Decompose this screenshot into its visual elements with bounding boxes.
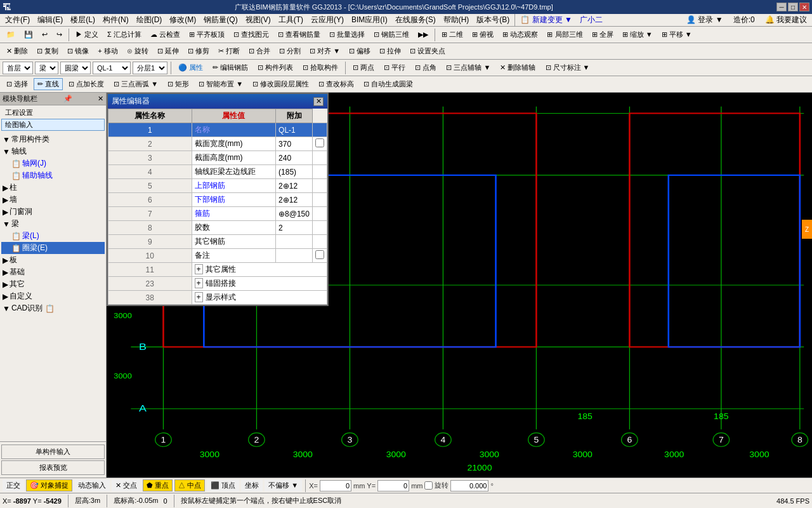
align-slab-button[interactable]: ⊞ 平齐板顶 (185, 29, 228, 41)
menu-tools[interactable]: 工具(T) (275, 14, 307, 26)
name-select[interactable]: QL-1 (93, 62, 131, 74)
tree-foundation[interactable]: ▶ 基础 (1, 266, 105, 278)
menu-rebar[interactable]: 钢筋量(Q) (200, 14, 241, 26)
menu-guangxiao[interactable]: 广小二 (576, 14, 606, 26)
undo-button[interactable]: ↩ (38, 29, 51, 40)
edit-rebar-button[interactable]: ✏ 编辑钢筋 (209, 62, 252, 74)
dynamic-view-button[interactable]: ⊞ 动态观察 (499, 29, 542, 41)
prop-row-bottom-rebar[interactable]: 6 下部钢筋 2⊕12 (108, 193, 327, 207)
prop-row-anchor[interactable]: 23 +锚固搭接 (108, 277, 327, 291)
tree-custom[interactable]: ▶ 自定义 (1, 290, 105, 302)
tree-other[interactable]: ▶ 其它 (1, 278, 105, 290)
property-button[interactable]: 🔵 属性 (174, 62, 207, 74)
prop-row-note[interactable]: 10 备注 (108, 249, 327, 263)
prop-value-height[interactable]: 240 (276, 151, 313, 165)
prop-value-note[interactable] (276, 249, 313, 263)
midpoint-button[interactable]: △ 中点 (174, 479, 205, 491)
prop-value-legs[interactable]: 2 (276, 221, 313, 235)
copy-button[interactable]: ⊡ 复制 (33, 45, 62, 57)
dim-button[interactable]: ⊡ 尺寸标注 ▼ (542, 62, 594, 74)
zoom-handle[interactable]: Z (802, 220, 812, 239)
menu-file[interactable]: 文件(F) (1, 14, 34, 26)
property-dialog-close-button[interactable]: ✕ (313, 97, 324, 106)
partial3d-button[interactable]: ⊞ 局部三维 (543, 29, 586, 41)
prop-expand-anchor[interactable]: +锚固搭接 (192, 277, 327, 291)
menu-cost[interactable]: 造价:0 (730, 14, 759, 26)
tree-ring-beam[interactable]: 📋 圈梁(E) (1, 242, 105, 254)
modify-arc-button[interactable]: ⊡ 修改圆段层属性 (249, 78, 313, 90)
align-button[interactable]: ⊡ 对齐 ▼ (306, 45, 344, 57)
rotate-checkbox[interactable] (424, 481, 433, 490)
topview-button[interactable]: ⊞ 俯视 (468, 29, 497, 41)
batch-select-button[interactable]: ⊡ 批量选择 (325, 29, 369, 41)
rebar3d-button[interactable]: ⊡ 钢筋三维 (370, 29, 413, 41)
view-rebar-button[interactable]: ⊡ 查看钢筋量 (274, 29, 324, 41)
two-point-button[interactable]: ⊡ 两点 (349, 62, 378, 74)
report-preview-button[interactable]: 报表预览 (1, 460, 105, 475)
vertex-button[interactable]: ⬛ 顶点 (207, 479, 239, 491)
tree-aux-axis[interactable]: 📋 辅助轴线 (1, 170, 105, 182)
menu-view[interactable]: 视图(V) (242, 14, 275, 26)
tree-common[interactable]: ▼ 常用构件类 (1, 133, 105, 145)
prop-row-other-rebar[interactable]: 9 其它钢筋 (108, 235, 327, 249)
three-point-axis-button[interactable]: ⊡ 三点辅轴 ▼ (442, 62, 494, 74)
tree-axis[interactable]: ▼ 轴线 (1, 145, 105, 157)
cloud-check-button[interactable]: ☁ 云检查 (147, 29, 184, 41)
prop-row-offset[interactable]: 4 轴线距梁左边线距 (185) (108, 165, 327, 179)
prop-row-legs[interactable]: 8 胶数 2 (108, 221, 327, 235)
auto-arc-button[interactable]: ⊡ 自动生成圆梁 (360, 78, 417, 90)
prop-value-offset[interactable]: (185) (276, 165, 313, 179)
point-angle-button[interactable]: ⊡ 点角 (411, 62, 440, 74)
point-length-button[interactable]: ⊡ 点加长度 (65, 78, 108, 90)
coord-button[interactable]: 坐标 (241, 479, 263, 491)
pan-button[interactable]: ⊞ 平移 ▼ (658, 29, 696, 41)
extend-button[interactable]: ⊡ 延伸 (154, 45, 183, 57)
y-input[interactable] (377, 480, 409, 491)
rotate-button[interactable]: ⊙ 旋转 (123, 45, 152, 57)
merge-button[interactable]: ⊡ 合并 (245, 45, 274, 57)
menu-draw[interactable]: 绘图(D) (133, 14, 166, 26)
prop-expand-display[interactable]: +显示样式 (192, 291, 327, 305)
prop-row-name[interactable]: 1 名称 QL-1 (108, 123, 327, 137)
snap-button[interactable]: 🎯 对象捕捉 (26, 479, 72, 491)
menu-online[interactable]: 在线服务(S) (391, 14, 440, 26)
prop-checkbox-2[interactable] (313, 137, 327, 151)
grip-button[interactable]: ⊡ 设置夹点 (406, 45, 449, 57)
floor-select[interactable]: 首层 (3, 62, 33, 74)
dynamic-input-button[interactable]: 动态输入 (74, 479, 110, 491)
tree-grid[interactable]: 📋 轴网(J) (1, 157, 105, 170)
prop-row-display[interactable]: 38 +显示样式 (108, 291, 327, 305)
split-button[interactable]: ⊡ 分割 (275, 45, 304, 57)
prop-row-height[interactable]: 3 截面高度(mm) 240 (108, 151, 327, 165)
menu-modify[interactable]: 修改(M) (166, 14, 200, 26)
tree-opening[interactable]: ▶ 门窗洞 (1, 206, 105, 218)
define-button[interactable]: ▶ 定义 (72, 29, 102, 41)
prop-row-top-rebar[interactable]: 5 上部钢筋 2⊕12 (108, 179, 327, 193)
prop-row-other-props[interactable]: 11 +其它属性 (108, 263, 327, 277)
trim-button[interactable]: ⊡ 修剪 (184, 45, 213, 57)
rect-button[interactable]: ⊡ 矩形 (164, 78, 193, 90)
x-input[interactable] (320, 480, 351, 491)
shape-select[interactable]: 圆梁 (60, 62, 91, 74)
maximize-button[interactable]: □ (788, 3, 798, 11)
menu-login[interactable]: 👤 登录 ▼ (683, 14, 727, 26)
move-button[interactable]: + 移动 (94, 45, 121, 57)
mirror-button[interactable]: ⊡ 镜像 (63, 45, 93, 57)
menu-feedback[interactable]: 🔔 我要建议 (761, 14, 811, 26)
nav-pin-icon[interactable]: 📌 (63, 95, 72, 103)
del-axis-button[interactable]: ✕ 删除辅轴 (496, 62, 539, 74)
canvas-area[interactable]: 属性编辑器 ✕ 属性名称 属性值 附加 1 名称 QL-1 (107, 93, 812, 478)
prop-expand-other[interactable]: +其它属性 (192, 263, 327, 277)
menu-version[interactable]: 版本号(B) (473, 14, 513, 26)
offset-button[interactable]: ⊡ 偏移 (345, 45, 374, 57)
menu-cloud[interactable]: 云应用(Y) (307, 14, 348, 26)
tree-slab[interactable]: ▶ 板 (1, 254, 105, 266)
2d-button[interactable]: ⊞ 二维 (438, 29, 467, 41)
pick-member-button[interactable]: ⊡ 拾取构件 (299, 62, 342, 74)
select-button[interactable]: ⊡ 选择 (3, 78, 32, 90)
single-member-input-button[interactable]: 单构件输入 (1, 444, 105, 459)
intersection-button[interactable]: ✕ 交点 (112, 479, 141, 491)
nav-close-icon[interactable]: ✕ (98, 95, 103, 103)
prop-value-stirrup[interactable]: ⊕8@150 (276, 207, 313, 221)
prop-value-bottom-rebar[interactable]: 2⊕12 (276, 193, 313, 207)
